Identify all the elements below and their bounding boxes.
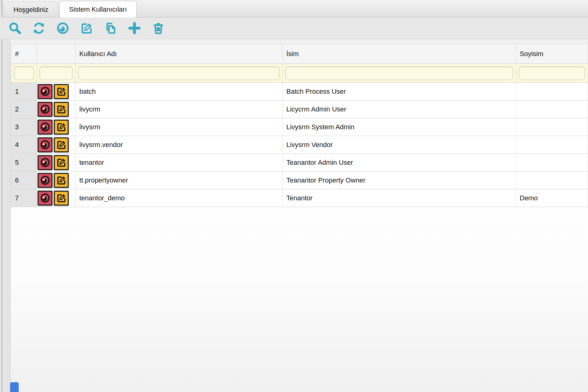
username-cell: livysrm.vendor — [76, 136, 283, 154]
view-row-button[interactable] — [38, 120, 52, 134]
row-number-cell: 5 — [11, 154, 37, 172]
edit-row-button[interactable] — [54, 120, 69, 134]
edit-pencil-square-icon — [56, 86, 67, 97]
edit-toolbar-button[interactable] — [80, 21, 93, 35]
table-body: 1 batch Batch Process User 2 livycrm Lic… — [11, 83, 588, 207]
username-cell: livysrm — [76, 118, 283, 136]
filter-input-lastname[interactable] — [519, 66, 585, 80]
filter-input-firstname[interactable] — [285, 66, 513, 80]
eye-icon — [40, 193, 51, 203]
eye-icon — [40, 175, 51, 186]
view-row-button[interactable] — [38, 84, 52, 99]
table-header: # Kullanıcı Adı İsim Soyisim — [11, 44, 588, 64]
table-row: 2 livycrm Licycrm Admin User — [11, 100, 588, 118]
row-number-cell: 7 — [11, 189, 37, 207]
view-row-button[interactable] — [38, 173, 52, 188]
edit-row-button[interactable] — [54, 191, 69, 205]
copy-documents-icon — [104, 21, 117, 35]
row-actions-cell — [37, 83, 76, 100]
app-window: { "tabs": [ { "label": "Hoşgeldiniz", "a… — [0, 0, 588, 392]
tab-bar: Hoşgeldiniz Sistem Kullanıcıları — [3, 0, 588, 17]
eye-icon — [56, 21, 70, 35]
username-cell: livycrm — [76, 100, 283, 118]
view-row-button[interactable] — [38, 191, 52, 205]
row-actions-cell — [37, 100, 76, 118]
tab-label: Hoşgeldiniz — [13, 6, 48, 14]
edit-pencil-square-icon — [56, 175, 67, 186]
search-toolbar-button[interactable] — [8, 21, 22, 35]
column-header-firstname[interactable]: İsim — [283, 44, 516, 64]
delete-toolbar-button[interactable] — [152, 21, 165, 35]
edit-row-button[interactable] — [54, 102, 69, 117]
edit-pencil-square-icon — [56, 122, 67, 132]
username-cell: tt.propertyowner — [76, 172, 283, 189]
lastname-cell — [516, 172, 588, 189]
row-actions-cell — [37, 154, 76, 172]
filter-row — [11, 64, 588, 83]
filter-input-num[interactable] — [14, 66, 34, 80]
main-content: # Kullanıcı Adı İsim Soyisim 1 — [11, 39, 588, 392]
row-number-cell: 6 — [11, 172, 37, 189]
edit-row-button[interactable] — [54, 84, 69, 99]
eye-icon — [40, 86, 51, 97]
row-number-cell: 4 — [11, 136, 37, 154]
column-header-num[interactable]: # — [11, 44, 37, 64]
left-splitter-rail[interactable] — [0, 0, 11, 392]
column-header-lastname[interactable]: Soyisim — [516, 44, 588, 64]
refresh-toolbar-button[interactable] — [32, 21, 46, 35]
add-toolbar-button[interactable] — [128, 21, 141, 35]
table-row: 6 tt.propertyowner Teanantor Property Ow… — [11, 172, 588, 189]
edit-pencil-square-icon — [56, 157, 67, 168]
view-row-button[interactable] — [38, 102, 52, 117]
view-toolbar-button[interactable] — [56, 21, 70, 35]
lastname-cell — [516, 100, 588, 118]
partial-blue-button[interactable] — [10, 382, 19, 392]
tab-hosgeldiniz[interactable]: Hoşgeldiniz — [4, 2, 58, 17]
row-number-cell: 3 — [11, 118, 37, 136]
eye-icon — [40, 104, 51, 115]
copy-toolbar-button[interactable] — [104, 21, 117, 35]
username-cell: tenantor_demo — [76, 189, 283, 207]
column-header-username[interactable]: Kullanıcı Adı — [76, 44, 283, 64]
table-row: 5 tenantor Teanantor Admin User — [11, 154, 588, 172]
edit-row-button[interactable] — [54, 155, 69, 170]
firstname-cell: Livysrm Vendor — [283, 136, 516, 154]
view-row-button[interactable] — [38, 155, 52, 170]
row-actions-cell — [37, 189, 76, 207]
view-row-button[interactable] — [38, 138, 52, 152]
eye-icon — [40, 139, 51, 150]
lastname-cell: Demo — [516, 189, 588, 207]
grid-top-spacer — [11, 39, 588, 44]
edit-row-button[interactable] — [54, 138, 69, 152]
eye-icon — [40, 122, 51, 132]
filter-input-actions[interactable] — [40, 66, 73, 80]
trash-icon — [152, 21, 165, 35]
lastname-cell — [516, 136, 588, 154]
table-row: 3 livysrm Livysrm System Admin — [11, 118, 588, 136]
edit-pencil-square-icon — [56, 139, 67, 150]
lastname-cell — [516, 83, 588, 100]
magnifier-icon — [8, 21, 22, 35]
username-cell: tenantor — [76, 154, 283, 172]
edit-pencil-square-icon — [80, 21, 93, 35]
table-row: 7 tenantor_demo Tenantor Demo — [11, 189, 588, 207]
row-actions-cell — [37, 136, 76, 154]
username-cell: batch — [76, 83, 283, 100]
plus-icon — [128, 21, 141, 35]
firstname-cell: Livysrm System Admin — [283, 118, 516, 136]
eye-icon — [40, 157, 51, 168]
table-row: 1 batch Batch Process User — [11, 83, 588, 100]
firstname-cell: Batch Process User — [283, 83, 516, 100]
filter-input-username[interactable] — [78, 66, 280, 80]
firstname-cell: Teanantor Admin User — [283, 154, 516, 172]
firstname-cell: Licycrm Admin User — [283, 100, 516, 118]
tab-sistem-kullanicilari[interactable]: Sistem Kullanıcıları — [59, 1, 137, 17]
users-table: # Kullanıcı Adı İsim Soyisim 1 — [11, 44, 588, 207]
column-header-actions[interactable] — [37, 44, 76, 64]
row-actions-cell — [37, 172, 76, 189]
firstname-cell: Teanantor Property Owner — [283, 172, 516, 189]
row-number-cell: 1 — [11, 83, 37, 100]
table-row: 4 livysrm.vendor Livysrm Vendor — [11, 136, 588, 154]
row-number-cell: 2 — [11, 100, 37, 118]
edit-row-button[interactable] — [54, 173, 69, 188]
